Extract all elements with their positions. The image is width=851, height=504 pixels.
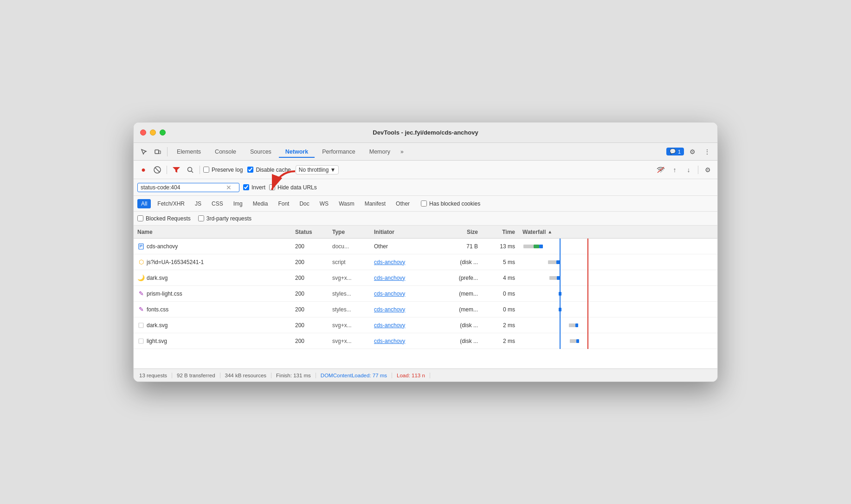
type-btn-font[interactable]: Font: [274, 199, 293, 208]
col-header-name[interactable]: Name: [134, 229, 291, 235]
type-btn-wasm[interactable]: Wasm: [335, 199, 358, 208]
disable-cache-label[interactable]: Disable cache: [247, 167, 290, 173]
initiator-link[interactable]: cds-anchovy: [374, 322, 405, 329]
tab-more-icon[interactable]: »: [398, 147, 406, 157]
has-blocked-cookies-checkbox[interactable]: [421, 200, 427, 207]
status-dom-content-loaded: DOMContentLoaded: 77 ms: [316, 373, 392, 378]
table-row[interactable]: ✎ prism-light.css 200 styles... cds-anch…: [134, 286, 717, 302]
tab-sources[interactable]: Sources: [244, 146, 278, 158]
minimize-button[interactable]: [150, 129, 156, 136]
type-btn-all[interactable]: All: [137, 199, 151, 208]
throttle-arrow-icon: ▼: [330, 167, 335, 173]
table-row[interactable]: dark.svg 200 svg+x... cds-anchovy (disk …: [134, 317, 717, 333]
search-button[interactable]: [184, 164, 196, 176]
table-row[interactable]: ⬡ js?id=UA-165345241-1 200 script cds-an…: [134, 254, 717, 270]
status-finish: Finish: 131 ms: [271, 373, 316, 378]
row-name-cell: ✎ fonts.css: [134, 306, 291, 313]
tab-network[interactable]: Network: [279, 146, 315, 158]
type-btn-xhr[interactable]: Fetch/XHR: [154, 199, 188, 208]
hide-data-urls-label[interactable]: Hide data URLs: [269, 184, 317, 191]
type-btn-css[interactable]: CSS: [208, 199, 227, 208]
initiator-link[interactable]: cds-anchovy: [374, 275, 405, 281]
type-btn-js[interactable]: JS: [191, 199, 205, 208]
svg-rect-8: [139, 244, 143, 249]
filter-input[interactable]: [141, 184, 224, 191]
row-name-text: prism-light.css: [147, 291, 182, 297]
toolbar-settings-icon[interactable]: ⚙: [702, 164, 714, 176]
script-icon: ⬡: [137, 258, 145, 266]
row-size: 71 B: [440, 243, 482, 250]
table-row[interactable]: ✎ fonts.css 200 styles... cds-anchovy (m…: [134, 302, 717, 317]
type-btn-other[interactable]: Other: [392, 199, 413, 208]
type-btn-manifest[interactable]: Manifest: [361, 199, 389, 208]
filter-button[interactable]: [170, 164, 182, 176]
svg-line-3: [155, 168, 160, 172]
tab-performance[interactable]: Performance: [316, 146, 362, 158]
row-status: 200: [291, 259, 329, 265]
initiator-link[interactable]: cds-anchovy: [374, 259, 405, 265]
settings-icon[interactable]: ⚙: [686, 145, 699, 158]
blocked-requests-label[interactable]: Blocked Requests: [137, 215, 191, 222]
third-party-requests-checkbox[interactable]: [198, 215, 204, 221]
preserve-log-checkbox[interactable]: [203, 167, 209, 173]
row-waterfall: [519, 333, 717, 349]
row-time: 2 ms: [482, 338, 519, 344]
tab-memory[interactable]: Memory: [363, 146, 397, 158]
throttle-select[interactable]: No throttling ▼: [296, 165, 339, 174]
col-header-initiator[interactable]: Initiator: [370, 229, 440, 235]
svg-point-4: [188, 167, 192, 171]
invert-label[interactable]: Invert: [243, 184, 265, 191]
upload-icon[interactable]: ↑: [669, 164, 681, 176]
blocked-requests-checkbox[interactable]: [137, 215, 143, 221]
third-party-requests-label[interactable]: 3rd-party requests: [198, 215, 251, 222]
preserve-log-text: Preserve log: [212, 167, 243, 173]
col-header-size[interactable]: Size: [440, 229, 482, 235]
type-btn-media[interactable]: Media: [249, 199, 272, 208]
type-btn-doc[interactable]: Doc: [296, 199, 313, 208]
svg-rect-12: [139, 323, 143, 328]
row-time: 4 ms: [482, 275, 519, 281]
has-blocked-cookies-label[interactable]: Has blocked cookies: [421, 200, 480, 207]
device-toggle-icon[interactable]: [151, 145, 164, 158]
row-status: 200: [291, 322, 329, 329]
disable-cache-text: Disable cache: [256, 167, 290, 173]
initiator-link[interactable]: cds-anchovy: [374, 338, 405, 344]
record-button[interactable]: ●: [137, 164, 149, 176]
invert-checkbox[interactable]: [243, 184, 249, 190]
row-name-cell: dark.svg: [134, 322, 291, 329]
row-time: 0 ms: [482, 306, 519, 313]
col-header-type[interactable]: Type: [329, 229, 370, 235]
col-header-time[interactable]: Time: [482, 229, 519, 235]
row-size: (disk ...: [440, 259, 482, 265]
type-btn-ws[interactable]: WS: [316, 199, 332, 208]
initiator-link[interactable]: cds-anchovy: [374, 291, 405, 297]
more-options-icon[interactable]: ⋮: [701, 145, 714, 158]
table-row[interactable]: cds-anchovy 200 docu... Other 71 B 13 ms: [134, 239, 717, 254]
tab-console[interactable]: Console: [208, 146, 243, 158]
maximize-button[interactable]: [160, 129, 166, 136]
tab-elements[interactable]: Elements: [170, 146, 207, 158]
type-filters-bar: All Fetch/XHR JS CSS Img Media Font Doc …: [134, 196, 717, 212]
initiator-link[interactable]: cds-anchovy: [374, 306, 405, 313]
hide-data-urls-checkbox[interactable]: [269, 184, 275, 190]
disable-cache-checkbox[interactable]: [247, 167, 253, 173]
clear-button[interactable]: [151, 164, 163, 176]
chat-count: 1: [678, 149, 681, 155]
inspect-icon[interactable]: [137, 145, 150, 158]
row-type: script: [329, 259, 370, 265]
moon-icon: 🌙: [137, 274, 145, 282]
download-icon[interactable]: ↓: [683, 164, 695, 176]
col-header-waterfall[interactable]: Waterfall ▲: [519, 229, 717, 235]
status-requests: 13 requests: [139, 373, 172, 378]
type-btn-img[interactable]: Img: [230, 199, 246, 208]
wifi-icon[interactable]: [655, 164, 667, 176]
filter-clear-icon[interactable]: ✕: [226, 184, 232, 191]
table-row[interactable]: light.svg 200 svg+x... cds-anchovy (disk…: [134, 333, 717, 349]
preserve-log-label[interactable]: Preserve log: [203, 167, 243, 173]
table-row[interactable]: 🌙 dark.svg 200 svg+x... cds-anchovy (pre…: [134, 270, 717, 286]
row-name-text: fonts.css: [147, 306, 168, 313]
col-header-status[interactable]: Status: [291, 229, 329, 235]
chat-badge[interactable]: 💬 1: [666, 148, 684, 155]
status-transferred: 92 B transferred: [172, 373, 220, 378]
close-button[interactable]: [140, 129, 146, 136]
